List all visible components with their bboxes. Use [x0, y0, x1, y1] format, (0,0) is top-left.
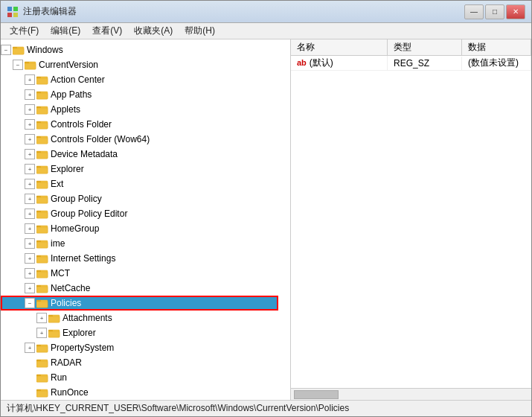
tree-item-explorer[interactable]: + Explorer [1, 162, 278, 176]
tree-item-run[interactable]: Run [1, 370, 278, 385]
folder-icon [36, 268, 48, 278]
folder-icon [36, 283, 48, 293]
menu-help[interactable]: 帮助(H) [179, 23, 221, 39]
svg-rect-5 [13, 47, 17, 48]
close-button[interactable]: ✕ [506, 4, 525, 19]
menu-favorites[interactable]: 收藏夹(A) [128, 23, 179, 39]
svg-rect-74 [36, 389, 41, 391]
expand-button[interactable]: + [36, 328, 47, 338]
tree-item-label: Windows [27, 45, 63, 55]
svg-rect-60 [48, 316, 60, 322]
svg-rect-63 [48, 331, 60, 337]
expand-button[interactable]: + [25, 268, 35, 278]
svg-rect-9 [25, 63, 36, 69]
tree-item-group-policy-editor[interactable]: + Group Policy Editor [1, 206, 278, 221]
expand-button[interactable]: + [25, 104, 35, 115]
folder-icon [25, 60, 36, 70]
minimize-button[interactable]: — [464, 4, 484, 19]
expand-button[interactable]: + [25, 223, 35, 234]
expand-button[interactable]: + [36, 313, 47, 323]
folder-icon [36, 89, 48, 100]
tree-item-applets[interactable]: + Applets [1, 102, 278, 117]
tree-item-device-metadata[interactable]: + Device Metadata [1, 147, 278, 162]
folder-icon [36, 179, 48, 189]
expand-button[interactable]: + [25, 74, 35, 85]
svg-rect-47 [36, 255, 41, 257]
tree-item-attachments[interactable]: + Attachments [1, 311, 278, 325]
reg-type-cell: REG_SZ [388, 57, 462, 70]
tree-item-label: PropertySystem [51, 343, 114, 353]
expand-button[interactable]: + [25, 179, 35, 189]
svg-rect-21 [36, 123, 48, 129]
tree-item-controls-folder[interactable]: + Controls Folder [1, 117, 278, 132]
tree-item-currentversion[interactable]: − CurrentVersion [1, 57, 278, 72]
folder-icon [36, 119, 48, 130]
svg-rect-14 [36, 92, 41, 93]
expand-button[interactable]: + [25, 119, 35, 130]
expand-button[interactable]: + [25, 238, 35, 249]
restore-button[interactable]: □ [485, 4, 504, 19]
folder-icon [36, 343, 48, 353]
collapse-button[interactable]: − [13, 60, 23, 70]
expand-button[interactable]: + [25, 134, 35, 144]
tree-item-windows[interactable]: − Windows [1, 42, 278, 57]
status-text: 计算机\HKEY_CURRENT_USER\Software\Microsoft… [7, 402, 349, 415]
reg-row-0[interactable]: ab(默认)REG_SZ(数值未设置) [291, 56, 531, 71]
main-content: − Windows− CurrentVersion+ Action Center… [1, 39, 531, 400]
svg-rect-59 [48, 315, 53, 316]
collapse-button[interactable]: − [25, 298, 35, 308]
svg-rect-20 [36, 121, 41, 123]
expand-button[interactable]: + [25, 253, 35, 264]
reg-data-cell: (数值未设置) [462, 56, 531, 71]
expand-button[interactable]: + [25, 89, 35, 100]
svg-rect-35 [36, 196, 41, 197]
tree-panel[interactable]: − Windows− CurrentVersion+ Action Center… [1, 39, 291, 400]
tree-item-explorer2[interactable]: + Explorer [1, 325, 278, 340]
status-bar: 计算机\HKEY_CURRENT_USER\Software\Microsoft… [1, 400, 531, 416]
svg-rect-56 [36, 300, 41, 302]
expand-button[interactable]: + [25, 194, 35, 204]
folder-icon [36, 134, 48, 144]
tree-item-app-paths[interactable]: + App Paths [1, 87, 278, 102]
menu-edit[interactable]: 编辑(E) [45, 23, 86, 39]
svg-rect-53 [36, 285, 41, 287]
title-bar-left: 注册表编辑器 [7, 5, 77, 18]
svg-rect-18 [36, 108, 48, 114]
tree-item-internet-settings[interactable]: + Internet Settings [1, 251, 278, 266]
tree-item-netcache[interactable]: + NetCache [1, 281, 278, 296]
tree-item-homegroup[interactable]: + HomeGroup [1, 221, 278, 236]
tree-item-ime[interactable]: + ime [1, 236, 278, 251]
folder-icon [36, 387, 48, 398]
folder-icon [36, 194, 48, 204]
tree-item-group-policy[interactable]: + Group Policy [1, 191, 278, 206]
tree-item-propertysystem[interactable]: + PropertySystem [1, 340, 278, 355]
h-scrollbar-thumb[interactable] [294, 390, 339, 399]
horizontal-scrollbar[interactable] [291, 388, 531, 400]
tree-item-label: CurrentVersion [39, 60, 98, 70]
tree-item-action-center[interactable]: + Action Center [1, 72, 278, 87]
tree-item-label: MCT [51, 268, 70, 278]
collapse-button[interactable]: − [1, 45, 11, 55]
menu-file[interactable]: 文件(F) [4, 23, 45, 39]
col-header-name: 名称 [291, 39, 388, 55]
tree-item-policies[interactable]: − Policies [1, 296, 278, 311]
expand-button[interactable]: + [25, 343, 35, 353]
menu-view[interactable]: 查看(V) [86, 23, 128, 39]
tree-item-radar[interactable]: RADAR [1, 355, 278, 370]
folder-icon [36, 298, 48, 308]
svg-rect-33 [36, 182, 48, 188]
tree-item-runonce[interactable]: RunOnce [1, 385, 278, 400]
tree-item-ext[interactable]: + Ext [1, 176, 278, 191]
expand-button[interactable]: + [25, 149, 35, 159]
col-header-type: 类型 [388, 39, 462, 55]
app-icon [7, 6, 19, 18]
expand-button[interactable]: + [25, 283, 35, 293]
folder-icon [48, 313, 60, 323]
tree-item-controls-folder-wow64[interactable]: + Controls Folder (Wow64) [1, 132, 278, 147]
expand-button[interactable]: + [25, 208, 35, 219]
folder-icon [36, 104, 48, 115]
right-panel: 名称 类型 数据 ab(默认)REG_SZ(数值未设置) [291, 39, 531, 400]
expand-button[interactable]: + [25, 164, 35, 174]
tree-item-mct[interactable]: + MCT [1, 266, 278, 281]
svg-rect-8 [25, 62, 29, 63]
